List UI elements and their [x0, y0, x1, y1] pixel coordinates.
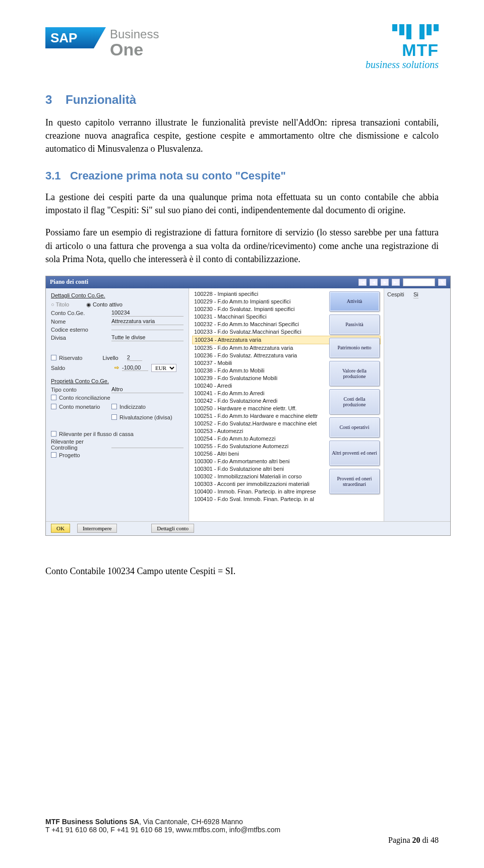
chk-rivalutazione[interactable]: Rivalutazione (divisa) — [111, 414, 172, 420]
cespiti-value[interactable]: Si — [413, 291, 418, 298]
nome-value[interactable]: Attrezzatura varia — [111, 318, 184, 325]
app-screenshot: Piano dei conti |◂ ◂ ▸ ▸| Generale ▾ X D… — [45, 276, 451, 536]
ril-ctrl-label: Rilevante per Controlling — [51, 439, 111, 451]
footer-address: , Via Cantonale, CH-6928 Manno — [139, 818, 243, 826]
subsection-heading: 3.1 Creazione prima nota su conto "Cespi… — [45, 169, 439, 182]
saldo-currency[interactable]: EUR — [151, 364, 176, 372]
nav-prev-button[interactable]: ◂ — [370, 279, 378, 286]
svg-text:SAP: SAP — [50, 30, 77, 45]
divisa-label: Divisa — [51, 335, 111, 341]
conto-value[interactable]: 100234 — [111, 309, 184, 317]
saldo-value[interactable]: -100,00 — [122, 364, 148, 371]
livello-label: Livello — [102, 355, 118, 361]
close-button[interactable]: X — [438, 279, 446, 286]
mtf-logo: MTF business solutions — [323, 24, 439, 65]
drawer-button[interactable]: Passività — [329, 315, 380, 335]
screenshot-caption: Conto Contabile 100234 Campo utente Cesp… — [45, 566, 439, 577]
drawer-button[interactable]: Costi della produzione — [329, 389, 380, 414]
properties-title: Proprietà Conto Co.Ge. — [51, 378, 184, 384]
nav-next-button[interactable]: ▸ — [381, 279, 389, 286]
subsection-para2: Possiamo fare un esempio di registrazion… — [45, 226, 439, 265]
nav-last-button[interactable]: ▸| — [392, 279, 400, 286]
chk-flusso-cassa[interactable]: Rilevante per il flusso di cassa — [51, 431, 184, 437]
mtf-brand: MTF — [323, 40, 439, 60]
link-arrow-icon[interactable]: ⇨ — [114, 364, 119, 371]
tipo-value[interactable]: Altro — [111, 386, 184, 393]
window-titlebar: Piano dei conti |◂ ◂ ▸ ▸| Generale ▾ X — [46, 276, 450, 288]
chk-riservato[interactable]: Riservato — [51, 355, 82, 361]
subsection-para1: La gestione dei cespiti parte da una qua… — [45, 191, 439, 217]
footer-company: MTF Business Solutions SA — [45, 818, 139, 826]
cancel-button[interactable]: Interrompere — [77, 524, 117, 533]
details-title: Dettagli Conto Co.Ge. — [51, 292, 184, 298]
drawer-button[interactable]: Valore della produzione — [329, 361, 380, 386]
section-intro: In questo capitolo verranno illustrate l… — [45, 116, 439, 155]
radio-titolo[interactable]: Titolo — [56, 301, 70, 307]
tipo-label: Tipo conto — [51, 387, 111, 393]
view-combo[interactable]: Generale ▾ — [403, 278, 435, 286]
detail-button[interactable]: Dettagli conto — [151, 524, 194, 533]
chk-indicizzato[interactable]: Indicizzato — [111, 404, 146, 410]
chk-progetto[interactable]: Progetto — [51, 452, 184, 458]
details-panel: Dettagli Conto Co.Ge. ○ Titolo ◉ Conto a… — [46, 288, 189, 535]
section-title: Funzionalità — [66, 93, 136, 106]
drawer-button[interactable]: Altri proventi ed oneri — [329, 441, 380, 466]
footer-contacts: T +41 91 610 68 00, F +41 91 610 68 19, … — [45, 826, 439, 834]
divisa-value[interactable]: Tutte le divise — [111, 334, 184, 341]
window-title: Piano dei conti — [50, 278, 88, 286]
codice-label: Codice esterno — [51, 327, 111, 333]
right-panel: Cespiti Si — [384, 288, 450, 535]
drawer-button[interactable]: Proventi ed oneri straordinari — [329, 469, 380, 494]
page-footer: MTF Business Solutions SA, Via Cantonale… — [45, 818, 439, 845]
nav-first-button[interactable]: |◂ — [358, 279, 367, 286]
codice-value[interactable] — [111, 329, 184, 330]
subsection-num: 3.1 — [45, 169, 61, 182]
nome-label: Nome — [51, 319, 111, 325]
sap-sub-1: Business — [110, 27, 159, 41]
livello-value[interactable]: 2 — [127, 354, 142, 361]
drawer-button[interactable]: Attività — [329, 291, 380, 312]
sap-sub-2: One — [110, 40, 143, 59]
window-footer: OK Interrompere Dettagli conto — [46, 521, 450, 535]
section-num: 3 — [45, 93, 52, 106]
cespiti-label: Cespiti — [387, 291, 404, 297]
subsection-title: Creazione prima nota su conto "Cespite" — [70, 169, 286, 182]
ok-button[interactable]: OK — [51, 524, 70, 533]
chk-riconciliazione[interactable]: Conto riconciliazione — [51, 395, 184, 401]
mtf-sub: business solutions — [323, 59, 439, 71]
page-number: Pagina 20 di 48 — [45, 836, 439, 845]
chk-monetario[interactable]: Conto monetario — [51, 404, 111, 410]
mtf-bars-icon — [323, 24, 439, 39]
conto-label: Conto Co.Ge. — [51, 310, 111, 316]
sap-logo: SAP Business One — [45, 24, 176, 60]
section-heading: 3 Funzionalità — [45, 93, 439, 107]
radio-conto-attivo[interactable]: Conto attivo — [93, 301, 123, 307]
drawer-button[interactable]: Costi operativi — [329, 417, 380, 438]
page-header: SAP Business One MTF business solutions — [45, 24, 439, 65]
saldo-label: Saldo — [51, 365, 111, 371]
drawer-button[interactable]: Patrimonio netto — [329, 338, 380, 358]
